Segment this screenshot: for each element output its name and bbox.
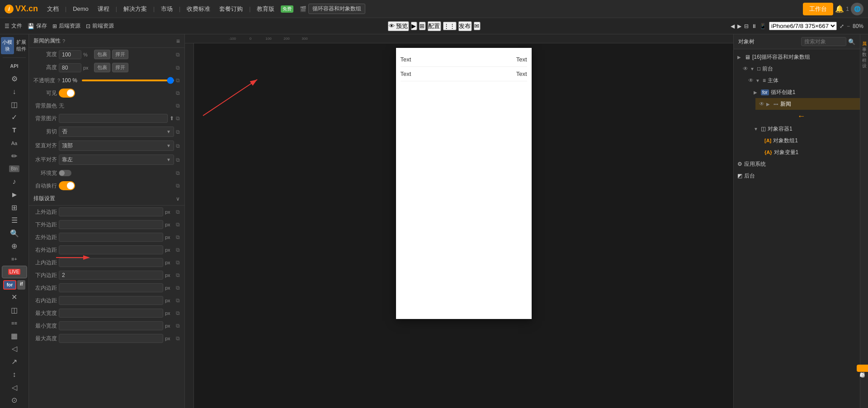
- copy-margin-left-icon[interactable]: ⧉: [176, 234, 180, 240]
- help-widget[interactable]: 帮助中心: [857, 365, 868, 372]
- copy-autowrap-icon[interactable]: ⧉: [176, 183, 180, 189]
- width-input[interactable]: [59, 50, 81, 59]
- wrap-btn1[interactable]: 包裹: [94, 50, 110, 59]
- search-input[interactable]: [801, 37, 846, 46]
- sidebar-check[interactable]: ✓: [2, 112, 27, 123]
- sidebar-aa[interactable]: Aa: [2, 137, 27, 149]
- sidebar-api[interactable]: API: [2, 60, 27, 72]
- publish-button[interactable]: 发布: [458, 21, 472, 31]
- expand-btn2[interactable]: 撑开: [112, 63, 128, 72]
- sidebar-list[interactable]: ☰: [2, 214, 27, 226]
- visible-toggle[interactable]: [59, 89, 75, 98]
- padding-bottom-input[interactable]: [59, 271, 163, 280]
- sidebar-tab-extend[interactable]: 扩展组件: [15, 37, 28, 54]
- grid-button[interactable]: ⊞: [419, 22, 425, 30]
- expand-btn1[interactable]: 撑开: [112, 50, 128, 59]
- sidebar-menu2[interactable]: ≡≡: [2, 317, 27, 329]
- tree-item-cycle[interactable]: ▶ for 循环创建1: [750, 86, 860, 98]
- sidebar-share[interactable]: ↗: [2, 356, 27, 367]
- padding-right-input[interactable]: [59, 296, 163, 305]
- panel-menu-icon[interactable]: ≡: [176, 38, 180, 45]
- sidebar-download[interactable]: ↓: [2, 86, 27, 98]
- sidebar-tab-modules[interactable]: 小模块: [1, 37, 14, 54]
- workbench-button[interactable]: 工作台: [803, 3, 833, 15]
- nav-package[interactable]: 套餐订购: [216, 3, 246, 15]
- sidebar-draw[interactable]: ✏: [2, 150, 27, 162]
- device-selector[interactable]: iPhone6/7/8 375×667: [769, 22, 837, 30]
- send-button[interactable]: ✉: [473, 22, 480, 30]
- max-width-input[interactable]: [59, 309, 163, 318]
- margin-top-input[interactable]: [59, 207, 163, 216]
- margin-bottom-input[interactable]: [59, 220, 163, 229]
- valign-select-wrapper[interactable]: 顶部 ▼: [59, 141, 174, 151]
- nav-course[interactable]: 课程: [94, 3, 113, 15]
- tree-item-objcontainer[interactable]: ▼ ◫ 对象容器1: [750, 123, 860, 135]
- split-icon[interactable]: ⏸: [751, 23, 757, 29]
- back-arrow-icon[interactable]: ←: [797, 112, 806, 121]
- nav-solution[interactable]: 解决方案: [120, 3, 151, 15]
- tree-item-root[interactable]: ▶ 🖥 [16]循环容器和对象数组: [734, 51, 860, 63]
- copy-bgcolor-icon[interactable]: ⧉: [176, 103, 180, 109]
- search-icon[interactable]: 🔍: [848, 38, 855, 45]
- fr-tab-event[interactable]: 事: [860, 42, 868, 45]
- copy-padding-top-icon[interactable]: ⧉: [176, 259, 180, 266]
- fr-tab-props[interactable]: 属: [860, 36, 868, 40]
- nav-demo[interactable]: Demo: [69, 4, 92, 14]
- autowrap-toggle[interactable]: [59, 181, 75, 190]
- copy-min-width-icon[interactable]: ⧉: [176, 323, 180, 329]
- nav-pricing[interactable]: 收费标准: [183, 3, 214, 15]
- device-icon[interactable]: 📱: [760, 23, 766, 29]
- layout-section-header[interactable]: 排版设置 ∨: [29, 192, 184, 206]
- copy-height-icon[interactable]: ⧉: [176, 65, 180, 71]
- nav-market[interactable]: 市场: [157, 3, 176, 15]
- min-width-input[interactable]: [59, 321, 163, 330]
- copy-max-height-icon[interactable]: ⧉: [176, 335, 180, 342]
- save-menu[interactable]: 💾 保存: [28, 22, 47, 30]
- upload-icon[interactable]: ⬆: [170, 115, 174, 122]
- file-menu[interactable]: ☰ 文件: [5, 22, 22, 30]
- logo[interactable]: i VX.cn: [5, 4, 38, 14]
- sidebar-music[interactable]: ♪: [2, 176, 27, 188]
- copy-clip-icon[interactable]: ⧉: [176, 129, 180, 135]
- backend-menu[interactable]: ⊞ 后端资源: [52, 22, 80, 30]
- bgimage-input[interactable]: [59, 114, 168, 123]
- sidebar-table[interactable]: ▦: [2, 330, 27, 342]
- eye-main[interactable]: 👁: [748, 77, 754, 84]
- tree-item-backend[interactable]: ◩ 后台: [734, 170, 860, 182]
- copy-width-icon[interactable]: ⧉: [176, 52, 180, 58]
- copy-visible-icon[interactable]: ⧉: [176, 90, 180, 96]
- wrap-btn2[interactable]: 包裹: [94, 63, 110, 72]
- copy-valign-icon[interactable]: ⧉: [176, 143, 180, 149]
- copy-opacity-icon[interactable]: ⧉: [176, 77, 180, 84]
- tree-item-frontend[interactable]: 👁 ▼ □ 前台: [734, 63, 860, 75]
- max-height-input[interactable]: [59, 334, 163, 343]
- envwidth-toggle[interactable]: [59, 170, 71, 176]
- padding-left-input[interactable]: [59, 283, 163, 292]
- sidebar-close[interactable]: ✕: [2, 291, 27, 303]
- copy-margin-top-icon[interactable]: ⧉: [176, 209, 180, 215]
- height-input[interactable]: [59, 63, 81, 72]
- eye-news[interactable]: 👁: [759, 101, 764, 107]
- sidebar-frame[interactable]: ◫: [2, 304, 27, 316]
- sidebar-back[interactable]: ◁: [2, 343, 27, 355]
- user-avatar[interactable]: 🌐: [851, 3, 863, 15]
- opacity-slider[interactable]: [82, 80, 174, 81]
- fr-tab-style[interactable]: 样: [860, 52, 868, 56]
- halign-select-wrapper[interactable]: 靠左 ▼: [59, 155, 174, 165]
- copy-padding-right-icon[interactable]: ⧉: [176, 297, 180, 304]
- clip-select-wrapper[interactable]: 否 ▼: [59, 127, 174, 137]
- tree-item-objvar[interactable]: {A} 对象变量1: [761, 146, 860, 158]
- next-btn[interactable]: ▶: [737, 23, 741, 29]
- eye-frontend[interactable]: 👁: [743, 66, 748, 72]
- sidebar-video[interactable]: ▶: [2, 189, 27, 201]
- sidebar-prev[interactable]: ◁: [2, 381, 27, 393]
- config-button[interactable]: 配置: [427, 21, 441, 31]
- sidebar-component1[interactable]: ◫: [2, 98, 27, 110]
- tree-item-appsys[interactable]: ⚙ 应用系统: [734, 158, 860, 170]
- bars-button[interactable]: ⋮⋮: [443, 22, 456, 30]
- sidebar-btn-comp[interactable]: Btn: [2, 163, 27, 175]
- sidebar-scroll[interactable]: ↕: [2, 368, 27, 380]
- nav-docs[interactable]: 文档: [43, 3, 62, 15]
- sidebar-settings[interactable]: ⚙: [2, 73, 27, 84]
- if-button[interactable]: if: [17, 280, 25, 290]
